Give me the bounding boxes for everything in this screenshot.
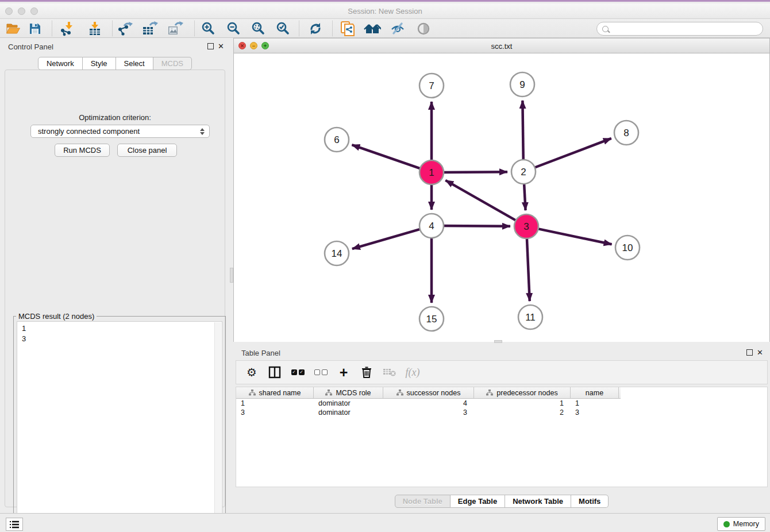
float-panel-icon[interactable]	[207, 43, 214, 49]
import-table-icon[interactable]	[85, 21, 105, 36]
edge-1-2[interactable]	[442, 172, 507, 172]
result-scrollbar[interactable]	[214, 322, 221, 528]
delete-table-icon[interactable]	[382, 365, 397, 380]
column-label: name	[586, 389, 603, 397]
zoom-in-icon[interactable]	[198, 21, 218, 36]
task-history-button[interactable]	[6, 518, 23, 531]
edge-3-1[interactable]	[445, 180, 517, 221]
tab-style[interactable]: Style	[83, 57, 116, 70]
column-header-name[interactable]: name	[571, 387, 619, 398]
table-cell[interactable]: 3	[571, 408, 619, 417]
export-network-icon[interactable]	[116, 21, 135, 36]
show-details-icon[interactable]	[414, 21, 433, 36]
table-header-row: shared nameMCDS rolesuccessor nodesprede…	[236, 387, 621, 399]
mcds-result-text[interactable]: 13	[17, 321, 222, 529]
table-cell[interactable]: 2	[474, 408, 571, 417]
table-cell[interactable]: 1	[571, 399, 619, 408]
add-column-icon[interactable]: +	[336, 365, 351, 380]
node-7[interactable]: 7	[419, 74, 444, 98]
node-9[interactable]: 9	[510, 72, 534, 97]
table-cell[interactable]: 3	[236, 408, 314, 417]
table-cell[interactable]: dominator	[314, 408, 383, 417]
svg-text:2: 2	[521, 167, 526, 178]
node-4[interactable]: 4	[419, 214, 444, 238]
table-tabs: Node TableEdge TableNetwork TableMotifs	[233, 495, 770, 508]
node-15[interactable]: 15	[419, 307, 444, 331]
node-6[interactable]: 6	[325, 128, 349, 152]
horizontal-splitter-grip[interactable]	[494, 340, 502, 343]
table-row[interactable]: 3dominator323	[236, 408, 767, 417]
node-1[interactable]: 1	[419, 160, 444, 184]
save-session-icon[interactable]	[25, 21, 45, 36]
zoom-fit-icon[interactable]	[248, 21, 268, 36]
table-cell[interactable]: 3	[383, 408, 474, 417]
close-table-panel-icon[interactable]: ✕	[757, 349, 763, 356]
tab-select[interactable]: Select	[116, 57, 153, 70]
table-cell[interactable]: dominator	[314, 399, 383, 408]
open-file-icon[interactable]	[3, 21, 23, 36]
memory-status-icon	[723, 521, 730, 527]
deselect-all-icon[interactable]	[313, 365, 328, 380]
node-2[interactable]: 2	[511, 160, 536, 184]
tab-edge-table[interactable]: Edge Table	[451, 495, 505, 508]
network-window-titlebar[interactable]: ✕ − + scc.txt	[234, 38, 769, 53]
edge-2-8[interactable]	[534, 138, 611, 168]
mcds-result-legend: MCDS result (2 nodes)	[16, 312, 97, 321]
column-header-MCDS-role[interactable]: MCDS role	[314, 387, 383, 398]
run-mcds-button[interactable]: Run MCDS	[55, 144, 110, 157]
memory-button[interactable]: Memory	[717, 517, 765, 531]
tab-network[interactable]: Network	[38, 57, 83, 70]
table-body: 1dominator4113dominator323	[236, 399, 767, 417]
delete-column-icon[interactable]	[359, 365, 374, 380]
tab-node-table[interactable]: Node Table	[395, 495, 451, 508]
network-canvas[interactable]: 7968124314101511	[234, 53, 769, 342]
hide-details-icon[interactable]	[388, 21, 407, 36]
window-title: Session: New Session	[0, 7, 770, 16]
edge-2-9[interactable]	[522, 101, 523, 161]
mcds-result-line: 3	[22, 334, 222, 344]
table-row[interactable]: 1dominator411	[236, 399, 767, 408]
network-view-window: ✕ − + scc.txt 7968124314101511	[233, 38, 770, 342]
tab-network-table[interactable]: Network Table	[505, 495, 571, 508]
svg-text:7: 7	[429, 80, 434, 91]
column-header-predecessor-nodes[interactable]: predecessor nodes	[474, 387, 571, 398]
edge-2-3[interactable]	[524, 183, 526, 210]
criterion-dropdown[interactable]: strongly connected component	[30, 125, 210, 138]
node-8[interactable]: 8	[614, 121, 638, 145]
network-graph[interactable]: 7968124314101511	[234, 53, 769, 342]
zoom-out-icon[interactable]	[224, 21, 243, 36]
column-settings-icon[interactable]: ⚙	[244, 365, 259, 380]
table-cell[interactable]: 1	[474, 399, 571, 408]
edge-4-3[interactable]	[442, 226, 510, 226]
close-panel-button[interactable]: Close panel	[117, 144, 177, 157]
status-bar: Memory	[0, 513, 770, 532]
apply-layout-icon[interactable]	[306, 21, 325, 36]
close-panel-icon[interactable]: ✕	[218, 43, 224, 50]
select-all-icon[interactable]: ✓✓	[290, 365, 305, 380]
node-14[interactable]: 14	[325, 241, 349, 265]
zoom-selected-icon[interactable]	[273, 21, 292, 36]
search-input[interactable]	[611, 24, 763, 34]
table-cell[interactable]: 1	[236, 399, 314, 408]
node-11[interactable]: 11	[518, 305, 542, 329]
node-10[interactable]: 10	[615, 236, 640, 260]
export-image-icon[interactable]	[165, 21, 185, 36]
home-icon[interactable]	[363, 21, 382, 36]
split-view-icon[interactable]	[267, 365, 282, 380]
clone-network-icon[interactable]	[338, 21, 357, 36]
import-network-icon[interactable]	[57, 21, 77, 36]
edge-4-14[interactable]	[352, 229, 421, 249]
export-table-icon[interactable]	[140, 21, 160, 36]
function-builder-icon[interactable]: f(x)	[405, 365, 420, 380]
float-table-panel-icon[interactable]	[746, 349, 753, 356]
edge-1-6[interactable]	[352, 145, 421, 169]
tab-mcds[interactable]: MCDS	[153, 57, 192, 70]
edge-3-11[interactable]	[527, 237, 530, 301]
search-field[interactable]	[596, 22, 763, 36]
tab-motifs[interactable]: Motifs	[571, 495, 609, 508]
node-3[interactable]: 3	[514, 214, 538, 238]
table-cell[interactable]: 4	[383, 399, 474, 408]
edge-3-10[interactable]	[537, 229, 612, 244]
column-header-shared-name[interactable]: shared name	[236, 387, 314, 398]
column-header-successor-nodes[interactable]: successor nodes	[383, 387, 474, 398]
